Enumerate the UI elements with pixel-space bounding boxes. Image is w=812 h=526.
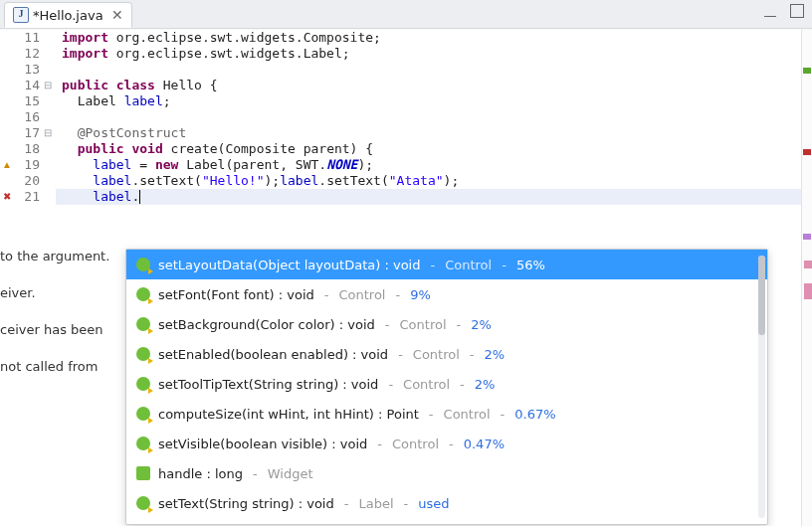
content-assist-item[interactable]: setBackground(Color color) : void - Cont… <box>126 309 767 339</box>
separator: - <box>447 437 456 451</box>
gutter-marker <box>0 141 14 157</box>
close-icon[interactable]: ✕ <box>107 8 123 22</box>
line-number: 21 <box>14 189 42 205</box>
proposal-signature: setVisible(boolean visible) : void <box>158 437 367 451</box>
gutter-marker <box>0 62 14 78</box>
code-text[interactable]: label = new Label(parent, SWT.NONE); <box>58 157 373 173</box>
separator: - <box>500 258 508 272</box>
line-number: 13 <box>14 62 42 78</box>
separator: - <box>342 496 351 511</box>
method-proposal-icon <box>136 496 150 510</box>
file-tab[interactable]: J *Hello.java ✕ <box>4 2 132 28</box>
gutter-marker <box>0 30 14 46</box>
method-proposal-icon <box>136 317 150 331</box>
code-text[interactable]: @PostConstruct <box>58 125 186 141</box>
proposal-relevance: 2% <box>471 317 492 332</box>
separator: - <box>396 347 405 362</box>
content-assist-item[interactable]: computeSize(int wHint, int hHint) : Poin… <box>126 399 767 429</box>
content-assist-popup[interactable]: setLayoutData(Object layoutData) : void … <box>125 249 768 525</box>
overview-marker[interactable] <box>803 234 811 240</box>
content-assist-item[interactable]: setVisible(boolean visible) : void - Con… <box>126 429 767 458</box>
proposal-declaring-type: Control <box>444 407 491 422</box>
code-text[interactable]: public class Hello { <box>58 78 218 93</box>
proposal-declaring-type: Label <box>358 496 393 511</box>
overview-marker[interactable] <box>803 149 811 155</box>
proposal-signature: computeSize(int wHint, int hHint) : Poin… <box>158 407 419 422</box>
proposal-relevance: 0.47% <box>464 437 505 451</box>
proposal-signature: setToolTipText(String string) : void <box>158 377 378 392</box>
separator: - <box>455 317 464 332</box>
content-assist-item[interactable]: setFont(Font font) : void - Control - 9% <box>126 279 767 309</box>
gutter-marker <box>0 109 14 125</box>
content-assist-item[interactable]: setLayoutData(Object layoutData) : void … <box>126 250 767 279</box>
proposal-relevance: 9% <box>410 287 431 302</box>
proposal-relevance: 2% <box>475 377 496 392</box>
code-text[interactable]: import org.eclipse.swt.widgets.Composite… <box>58 30 381 46</box>
fold-toggle-icon[interactable]: ⊟ <box>42 125 54 141</box>
code-line[interactable]: 15 Label label; <box>0 93 802 109</box>
code-line[interactable]: 21 label. <box>0 189 802 205</box>
content-assist-item[interactable]: handle : long - Widget <box>126 458 767 488</box>
warning-marker-icon[interactable] <box>0 157 14 173</box>
proposal-signature: setFont(Font font) : void <box>158 287 314 302</box>
gutter-marker <box>0 46 14 62</box>
code-line[interactable]: 18 public void create(Composite parent) … <box>0 141 802 157</box>
fold-toggle-icon[interactable]: ⊟ <box>42 78 54 93</box>
scrollbar-thumb[interactable] <box>758 256 765 335</box>
content-assist-scrollbar[interactable] <box>758 256 765 518</box>
content-assist-item[interactable]: addControlListener(ControlListener liste… <box>126 518 767 526</box>
gutter-marker <box>0 93 14 109</box>
separator: - <box>427 407 436 422</box>
proposal-relevance: 0.67% <box>514 407 555 422</box>
maximize-view-icon[interactable] <box>790 4 804 18</box>
separator: - <box>458 377 467 392</box>
content-assist-item[interactable]: setToolTipText(String string) : void - C… <box>126 369 767 399</box>
code-line[interactable]: 19 label = new Label(parent, SWT.NONE); <box>0 157 802 173</box>
error-marker-icon[interactable] <box>0 189 14 205</box>
code-text[interactable]: import org.eclipse.swt.widgets.Label; <box>58 46 350 62</box>
text-cursor <box>139 190 140 204</box>
content-assist-item[interactable]: setEnabled(boolean enabled) : void - Con… <box>126 339 767 369</box>
code-line[interactable]: 12import org.eclipse.swt.widgets.Label; <box>0 46 802 62</box>
code-text[interactable]: public void create(Composite parent) { <box>58 141 373 157</box>
proposal-relevance: 2% <box>485 347 506 362</box>
method-proposal-icon <box>136 407 150 421</box>
minimize-view-icon[interactable] <box>764 4 776 17</box>
line-number: 14 <box>14 78 42 93</box>
gutter-marker <box>0 125 14 141</box>
code-line[interactable]: 16 <box>0 109 802 125</box>
code-line[interactable]: 11import org.eclipse.swt.widgets.Composi… <box>0 30 802 46</box>
line-number: 16 <box>14 109 42 125</box>
gutter-marker <box>0 78 14 93</box>
code-line[interactable]: 17⊟ @PostConstruct <box>0 125 802 141</box>
overview-marker[interactable] <box>803 68 811 74</box>
method-proposal-icon <box>136 377 150 391</box>
line-number: 12 <box>14 46 42 62</box>
content-assist-item[interactable]: setText(String string) : void - Label - … <box>126 488 767 518</box>
overview-ruler[interactable] <box>801 30 812 526</box>
proposal-declaring-type: Control <box>392 437 439 451</box>
proposal-signature: setBackground(Color color) : void <box>158 317 375 332</box>
separator: - <box>322 287 331 302</box>
proposal-signature: setEnabled(boolean enabled) : void <box>158 347 388 362</box>
separator: - <box>499 407 508 422</box>
separator: - <box>375 437 384 451</box>
editor-tab-bar: J *Hello.java ✕ <box>0 0 812 29</box>
line-number: 19 <box>14 157 42 173</box>
code-text[interactable]: label. <box>58 189 139 205</box>
method-proposal-icon <box>136 287 150 301</box>
separator: - <box>386 377 395 392</box>
code-line[interactable]: 13 <box>0 62 802 78</box>
code-line[interactable]: 20 label.setText("Hello!");label.setText… <box>0 173 802 189</box>
proposal-declaring-type: Control <box>413 347 460 362</box>
line-number: 17 <box>14 125 42 141</box>
proposal-signature: setLayoutData(Object layoutData) : void <box>158 258 420 272</box>
separator: - <box>393 287 402 302</box>
method-proposal-icon <box>136 437 150 450</box>
code-text[interactable]: Label label; <box>58 93 171 109</box>
gutter-marker <box>0 173 14 189</box>
code-text[interactable]: label.setText("Hello!");label.setText("A… <box>58 173 459 189</box>
line-number: 11 <box>14 30 42 46</box>
code-line[interactable]: 14⊟public class Hello { <box>0 78 802 93</box>
proposal-declaring-type: Control <box>445 258 492 272</box>
